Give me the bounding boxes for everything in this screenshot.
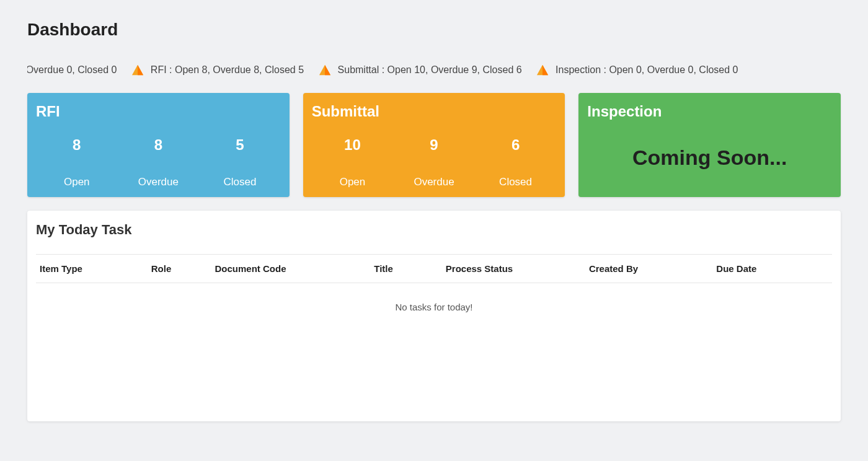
card-submittal-title: Submittal (312, 103, 557, 120)
card-rfi[interactable]: RFI 8 Open 8 Overdue 5 Closed (27, 93, 290, 197)
stat-cards: RFI 8 Open 8 Overdue 5 Closed Submittal (27, 93, 841, 197)
card-submittal-open-value: 10 (312, 136, 394, 154)
page-title: Dashboard (27, 20, 841, 40)
ticker-text-inspection-wrap: Inspection : Open 0, Overdue 0, Closed 0 (27, 63, 117, 77)
card-submittal-closed[interactable]: 6 Closed (475, 136, 557, 188)
card-submittal-overdue-value: 9 (393, 136, 475, 154)
card-rfi-closed[interactable]: 5 Closed (199, 136, 281, 188)
ticker-value-inspection: Open 0, Overdue 0, Closed 0 (609, 64, 738, 75)
ticker-text-inspection: Inspection : Open 0, Overdue 0, Closed 0 (556, 63, 738, 77)
ticker-label-rfi: RFI (151, 64, 167, 75)
tasks-header-row: Item Type Role Document Code Title Proce… (36, 255, 832, 283)
tasks-table: Item Type Role Document Code Title Proce… (36, 254, 832, 283)
col-due-date[interactable]: Due Date (712, 255, 832, 283)
card-inspection-title: Inspection (587, 103, 832, 120)
card-submittal-closed-value: 6 (475, 136, 557, 154)
card-rfi-open-value: 8 (36, 136, 118, 154)
tasks-panel: My Today Task Item Type Role Document Co… (27, 211, 841, 421)
card-submittal-overdue[interactable]: 9 Overdue (393, 136, 475, 188)
col-item-type[interactable]: Item Type (36, 255, 148, 283)
ticker-text-rfi: RFI : Open 8, Overdue 8, Closed 5 (151, 63, 304, 77)
card-rfi-open-label: Open (36, 176, 118, 188)
tasks-table-head: Item Type Role Document Code Title Proce… (36, 255, 832, 283)
card-rfi-stats: 8 Open 8 Overdue 5 Closed (36, 136, 281, 188)
card-rfi-title: RFI (36, 103, 281, 120)
card-submittal-closed-label: Closed (475, 176, 557, 188)
ticker-value-rfi: Open 8, Overdue 8, Closed 5 (175, 64, 304, 75)
triangle-icon (318, 64, 332, 76)
col-created-by[interactable]: Created By (585, 255, 712, 283)
card-rfi-overdue-label: Overdue (118, 176, 200, 188)
col-title[interactable]: Title (370, 255, 442, 283)
triangle-icon (131, 64, 144, 76)
card-submittal-open[interactable]: 10 Open (312, 136, 394, 188)
ticker-label-inspection: Inspection (556, 64, 601, 75)
card-rfi-overdue-value: 8 (118, 136, 200, 154)
status-ticker-inner: Inspection : Open 0, Overdue 0, Closed 0… (27, 62, 750, 77)
card-submittal[interactable]: Submittal 10 Open 9 Overdue 6 Closed (303, 93, 565, 197)
card-submittal-overdue-label: Overdue (393, 176, 475, 188)
triangle-icon (536, 64, 549, 76)
card-inspection-coming-soon: Coming Soon... (578, 146, 841, 170)
ticker-item-inspection: Inspection : Open 0, Overdue 0, Closed 0 (536, 63, 738, 77)
ticker-value-submittal: Open 10, Overdue 9, Closed 6 (388, 64, 522, 75)
tasks-panel-title: My Today Task (36, 222, 832, 238)
status-ticker: Inspection : Open 0, Overdue 0, Closed 0… (27, 62, 841, 79)
card-submittal-stats: 10 Open 9 Overdue 6 Closed (312, 136, 557, 188)
col-process-status[interactable]: Process Status (442, 255, 585, 283)
ticker-value-inspection-wrap: Open 0, Overdue 0, Closed 0 (27, 64, 117, 75)
col-document-code[interactable]: Document Code (211, 255, 370, 283)
ticker-text-submittal: Submittal : Open 10, Overdue 9, Closed 6 (338, 63, 522, 77)
tasks-empty-message: No tasks for today! (36, 283, 832, 320)
card-rfi-closed-value: 5 (199, 136, 281, 154)
card-rfi-closed-label: Closed (199, 176, 281, 188)
ticker-item-inspection-wrap: Inspection : Open 0, Overdue 0, Closed 0 (27, 63, 117, 77)
card-rfi-overdue[interactable]: 8 Overdue (118, 136, 200, 188)
col-role[interactable]: Role (148, 255, 211, 283)
card-rfi-open[interactable]: 8 Open (36, 136, 118, 188)
ticker-item-rfi: RFI : Open 8, Overdue 8, Closed 5 (131, 63, 304, 77)
card-inspection[interactable]: Inspection Coming Soon... (578, 93, 841, 197)
ticker-label-submittal: Submittal (338, 64, 379, 75)
dashboard-page: Dashboard Inspection : Open 0, Overdue 0… (0, 0, 868, 421)
ticker-item-submittal: Submittal : Open 10, Overdue 9, Closed 6 (318, 63, 522, 77)
card-submittal-open-label: Open (312, 176, 394, 188)
